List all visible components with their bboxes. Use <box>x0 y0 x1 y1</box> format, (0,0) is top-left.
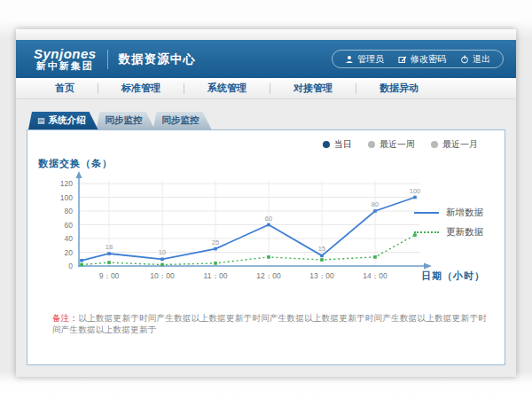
svg-text:20: 20 <box>65 248 74 257</box>
svg-text:13：00: 13：00 <box>309 271 334 280</box>
svg-text:120: 120 <box>60 179 73 188</box>
svg-text:9：00: 9：00 <box>99 271 120 280</box>
nav-item-system-management[interactable]: 系统管理 <box>184 82 270 95</box>
svg-text:0: 0 <box>68 262 73 270</box>
range-option-last-month[interactable]: 最近一月 <box>431 138 478 151</box>
footnote-prefix: 备注： <box>52 313 78 323</box>
page-title: 数据资源中心 <box>119 51 196 67</box>
svg-text:60: 60 <box>65 221 74 230</box>
dotted-line-icon <box>414 231 439 233</box>
range-option-today[interactable]: 当日 <box>323 138 352 151</box>
range-option-last-month-label: 最近一月 <box>442 138 478 151</box>
svg-text:40: 40 <box>65 234 74 243</box>
admin-user-button[interactable]: 管理员 <box>345 53 384 66</box>
svg-text:12：00: 12：00 <box>256 271 281 280</box>
chart-area: 0204060801001209：0010：0011：0012：0013：001… <box>27 168 444 295</box>
nav-item-home[interactable]: 首页 <box>32 82 98 95</box>
edit-icon <box>398 55 407 64</box>
tab-system-intro-label: 系统介绍 <box>49 114 86 127</box>
tab-sync-monitor-2-label: 同步监控 <box>162 114 200 127</box>
svg-text:11：00: 11：00 <box>204 271 228 280</box>
svg-text:80: 80 <box>65 207 74 215</box>
line-chart: 0204060801001209：0010：0011：0012：0013：001… <box>27 168 444 292</box>
svg-text:80: 80 <box>372 200 379 208</box>
change-password-button[interactable]: 修改密码 <box>398 53 446 66</box>
radio-dot-icon <box>368 141 375 148</box>
legend-update-data-label: 更新数据 <box>446 226 483 239</box>
logo-en-text: Synjones <box>34 47 97 61</box>
document-icon: ▤ <box>37 117 45 125</box>
svg-text:10：00: 10：00 <box>150 271 175 280</box>
change-password-label: 修改密码 <box>411 53 446 66</box>
legend-item-update-data[interactable]: 更新数据 <box>414 226 483 239</box>
radio-dot-icon <box>323 141 330 148</box>
chart-legend: 新增数据 更新数据 <box>414 207 483 239</box>
svg-text:14：00: 14：00 <box>363 271 387 280</box>
app-window: Synjones 新中新集团 数据资源中心 管理员 修改密码 <box>16 29 516 377</box>
window-top-strip <box>16 29 516 40</box>
power-icon <box>460 55 469 64</box>
legend-new-data-label: 新增数据 <box>446 207 483 219</box>
logo: Synjones 新中新集团 <box>34 47 97 71</box>
nav-item-interface-management[interactable]: 对接管理 <box>270 82 356 95</box>
svg-text:100: 100 <box>410 187 421 195</box>
svg-text:18: 18 <box>106 243 113 251</box>
logo-cn-text: 新中新集团 <box>34 61 97 72</box>
svg-text:100: 100 <box>60 193 73 202</box>
logout-button[interactable]: 退出 <box>460 53 490 66</box>
app-header: Synjones 新中新集团 数据资源中心 管理员 修改密码 <box>16 40 516 78</box>
tab-sync-monitor-2[interactable]: 同步监控 <box>153 112 212 129</box>
svg-text:10: 10 <box>159 248 166 256</box>
tab-sync-monitor-1-label: 同步监控 <box>106 114 143 127</box>
footnote-text: 以上数据更新于时间产生数据以上数据更新于时间产生数据以上数据更新于时间产生数据以… <box>52 313 487 334</box>
radio-dot-icon <box>431 141 438 148</box>
main-nav: 首页 标准管理 系统管理 对接管理 数据异动 <box>16 78 516 99</box>
solid-line-icon <box>414 212 439 214</box>
user-icon <box>345 55 354 64</box>
svg-text:15: 15 <box>318 245 325 253</box>
content-area: ▤ 系统介绍 同步监控 同步监控 当日 最近一周 <box>16 99 516 377</box>
legend-item-new-data[interactable]: 新增数据 <box>414 207 483 219</box>
nav-item-data-change[interactable]: 数据异动 <box>356 82 442 95</box>
nav-item-standard-management[interactable]: 标准管理 <box>98 82 184 95</box>
range-option-last-week[interactable]: 最近一周 <box>368 138 415 151</box>
chart-panel: 当日 最近一周 最近一月 数据交换（条） 0204060801001209：00… <box>27 129 505 365</box>
tab-bar: ▤ 系统介绍 同步监控 同步监控 <box>27 112 505 129</box>
tab-system-intro[interactable]: ▤ 系统介绍 <box>28 112 98 129</box>
tab-sync-monitor-1[interactable]: 同步监控 <box>97 112 155 129</box>
svg-text:25: 25 <box>212 239 219 246</box>
x-axis-title: 日期（小时） <box>421 270 485 283</box>
time-range-selector: 当日 最近一周 最近一月 <box>323 138 478 151</box>
range-option-last-week-label: 最近一周 <box>379 138 415 151</box>
header-divider <box>107 50 108 69</box>
svg-text:60: 60 <box>265 215 272 223</box>
logout-label: 退出 <box>473 53 490 66</box>
range-option-today-label: 当日 <box>334 138 352 151</box>
admin-user-label: 管理员 <box>357 53 384 66</box>
footnote: 备注：以上数据更新于时间产生数据以上数据更新于时间产生数据以上数据更新于时间产生… <box>52 313 487 336</box>
user-toolbar: 管理员 修改密码 退出 <box>332 50 504 68</box>
